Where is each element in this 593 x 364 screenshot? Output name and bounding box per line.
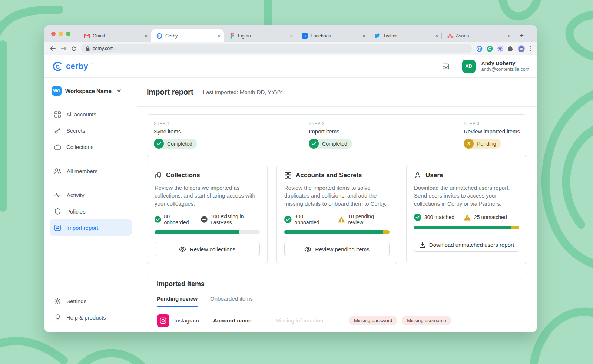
download-icon xyxy=(419,242,425,248)
svg-text:C: C xyxy=(478,47,481,50)
gear-icon xyxy=(54,298,61,305)
gmail-icon xyxy=(84,33,90,39)
new-tab-button[interactable]: + xyxy=(517,30,527,41)
tab-label: Asana xyxy=(456,33,505,39)
window-controls[interactable] xyxy=(51,32,70,36)
close-window-button[interactable] xyxy=(51,32,56,36)
close-icon[interactable]: × xyxy=(508,33,511,38)
account-info: Missing information xyxy=(275,317,349,324)
app-name: Instagram xyxy=(174,317,199,324)
card-title: Accounts and Secrets xyxy=(296,172,362,179)
inbox-icon[interactable] xyxy=(442,62,450,70)
import-report-icon xyxy=(54,224,61,231)
sidebar-item-activity[interactable]: Activity xyxy=(50,187,132,203)
grammarly-extension-icon[interactable]: G xyxy=(487,46,493,52)
stat-matched: 300 matched xyxy=(414,214,454,221)
tab-label: Gmail xyxy=(93,33,142,39)
users-card: Users Download the unmatched users repor… xyxy=(406,165,527,264)
step-title: Import items xyxy=(309,128,352,135)
sidebar-item-secrets[interactable]: Secrets xyxy=(50,122,132,139)
steps-progress-card: STEP 1 Sync items Completed STEP 2 Impor… xyxy=(147,114,527,157)
forward-icon[interactable] xyxy=(60,46,67,51)
extensions-puzzle-icon[interactable] xyxy=(507,46,514,52)
lock-icon xyxy=(86,46,90,51)
check-icon xyxy=(309,139,319,149)
close-icon[interactable]: × xyxy=(290,33,293,38)
check-circle-icon xyxy=(155,216,161,223)
eye-icon xyxy=(179,246,186,252)
reload-icon[interactable] xyxy=(71,46,77,52)
missing-badge: Missing password xyxy=(349,316,397,325)
download-unmatched-users-button[interactable]: Download unmatched users report xyxy=(414,238,519,252)
collections-icon xyxy=(155,172,162,179)
tab-label: Figma xyxy=(238,33,287,39)
starburst-extension-icon[interactable] xyxy=(497,46,503,52)
last-imported-text: Last imported: Month DD, YYYY xyxy=(203,89,283,95)
user-avatar[interactable]: AD xyxy=(462,60,476,73)
tab-asana[interactable]: Asana × xyxy=(442,29,514,42)
grid-icon xyxy=(54,111,61,118)
table-row[interactable]: Instagram Account name Missing informati… xyxy=(157,307,517,332)
sidebar-item-import-report[interactable]: Import report xyxy=(50,219,132,236)
status-badge: Completed xyxy=(309,139,352,149)
accounts-secrets-card: Accounts and Secrets Review the imported… xyxy=(276,165,397,264)
imported-items-title: Imported items xyxy=(147,271,527,288)
key-icon xyxy=(54,127,61,134)
tab-onboarded-items[interactable]: Onboarded items xyxy=(210,295,253,307)
profile-avatar-icon[interactable] xyxy=(518,45,525,52)
address-bar[interactable]: cerby.com xyxy=(81,44,472,53)
chevron-down-icon xyxy=(117,89,121,92)
back-icon[interactable] xyxy=(50,46,56,51)
step-eyebrow: STEP 1 xyxy=(154,121,197,126)
tab-label: Twitter xyxy=(383,33,432,39)
workspace-selector[interactable]: WO Workspace Name xyxy=(50,86,132,96)
sidebar-item-policies[interactable]: Policies xyxy=(50,203,132,219)
tab-label: Facebook xyxy=(311,33,360,39)
eye-icon xyxy=(304,246,311,252)
progress-bar xyxy=(155,230,260,234)
review-pending-items-button[interactable]: Review pending items xyxy=(284,242,390,256)
close-icon[interactable]: × xyxy=(145,33,148,38)
sidebar-item-all-accounts[interactable]: All accounts xyxy=(50,106,132,122)
cerby-extension-icon[interactable]: C xyxy=(476,46,483,52)
sidebar-item-label: All members xyxy=(67,168,97,174)
tab-facebook[interactable]: f Facebook × xyxy=(296,29,369,42)
more-options-icon[interactable]: ··· xyxy=(119,314,127,321)
review-collections-button[interactable]: Review collections xyxy=(155,242,260,256)
minimize-window-button[interactable] xyxy=(59,32,63,36)
tab-pending-review[interactable]: Pending review xyxy=(157,295,198,307)
sidebar-item-label: Collections xyxy=(66,144,93,150)
stat-onboarded: 300 onboarded xyxy=(284,214,329,225)
card-description: Review the imported items to solve dupli… xyxy=(284,184,390,208)
close-icon[interactable]: × xyxy=(435,33,438,38)
step-connector xyxy=(204,146,302,146)
user-icon xyxy=(414,172,421,179)
sidebar-item-label: Activity xyxy=(67,192,85,198)
tab-cerby[interactable]: C Cerby × xyxy=(151,29,224,42)
page-title: Import report xyxy=(147,88,193,96)
tab-twitter[interactable]: Twitter × xyxy=(369,29,442,42)
status-badge: 3 Pending xyxy=(464,139,501,149)
sidebar-item-collections[interactable]: Collections xyxy=(50,139,132,155)
facebook-icon: f xyxy=(302,33,308,39)
tab-gmail[interactable]: Gmail × xyxy=(79,29,151,42)
svg-text:G: G xyxy=(488,46,491,51)
main-area: Import report Last imported: Month DD, Y… xyxy=(137,78,537,332)
warning-triangle-icon xyxy=(338,216,345,223)
card-title: Collections xyxy=(166,172,200,179)
progress-bar xyxy=(414,226,519,229)
close-icon[interactable]: × xyxy=(362,33,365,38)
briefcase-icon xyxy=(54,143,61,150)
sidebar-item-label: Import report xyxy=(66,225,98,231)
sidebar-item-all-members[interactable]: All members xyxy=(50,163,132,179)
logo-text: cerby xyxy=(66,62,88,71)
stat-existing: 100 existing in LastPass xyxy=(201,214,260,225)
browser-window: Gmail × C Cerby × Figma × f xyxy=(44,25,537,332)
zoom-window-button[interactable] xyxy=(66,32,70,36)
tab-figma[interactable]: Figma × xyxy=(224,29,296,42)
sidebar-item-settings[interactable]: Settings xyxy=(50,293,132,309)
browser-menu-icon[interactable] xyxy=(529,45,531,52)
sidebar-item-help-products[interactable]: Help & products ··· xyxy=(50,309,132,325)
step-number-badge: 3 xyxy=(464,139,474,149)
close-icon[interactable]: × xyxy=(217,33,220,38)
